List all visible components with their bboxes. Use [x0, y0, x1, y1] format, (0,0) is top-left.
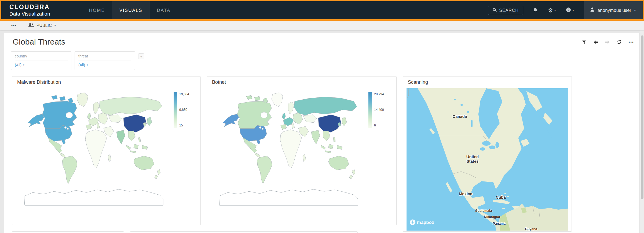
main-nav: HOME VISUALS DATA — [82, 1, 178, 19]
chevron-down-icon: ▾ — [634, 9, 636, 12]
filter-value-dropdown[interactable]: (All) ▾ — [78, 63, 131, 67]
forward-arrow-icon[interactable] — [605, 40, 610, 44]
chart-title: Scanning — [408, 79, 428, 85]
mapbox-logo: mapbox — [410, 220, 434, 225]
user-name-label: anonymous user — [598, 8, 631, 13]
color-legend-bar — [174, 92, 177, 128]
search-button[interactable]: SEARCH — [488, 6, 523, 15]
settings-gear-menu[interactable]: ⚙ ▾ — [548, 8, 556, 13]
logo-wordmark: CLOUDƎRA — [9, 4, 50, 10]
nav-home[interactable]: HOME — [82, 1, 112, 19]
legend-mid-label: 14,400 — [374, 108, 384, 112]
gear-icon: ⚙ — [548, 8, 553, 13]
user-menu[interactable]: anonymous user ▾ — [584, 1, 643, 19]
filter-name-label: country — [15, 54, 68, 58]
nav-data[interactable]: DATA — [150, 1, 178, 19]
mapbox-tile-map[interactable]: CanadaUnitedStatesMexicoCubaGuatemalaNic… — [407, 88, 568, 231]
divider — [15, 60, 68, 60]
legend-min-label: 15 — [179, 123, 183, 127]
workspace-selector[interactable]: PUBLIC ▾ — [28, 23, 56, 28]
logo-product-name: Data Visualization — [9, 11, 50, 17]
chevron-down-icon: ▾ — [572, 9, 574, 12]
filter-country[interactable]: country (All) ▾ — [11, 51, 71, 70]
navbar-right-cluster: SEARCH ⚙ ▾ ? ▾ anonymous user ▾ — [488, 1, 643, 19]
page-title: Global Threats — [13, 37, 65, 46]
svg-text:Mexico: Mexico — [459, 191, 472, 196]
chart-card-partial-1[interactable] — [12, 231, 124, 233]
svg-text:Cuba: Cuba — [496, 195, 506, 199]
legend-max-label: 28,794 — [374, 92, 384, 96]
legend-mid-label: 9,850 — [179, 108, 187, 112]
scrollbar-thumb[interactable] — [641, 35, 643, 199]
cloudera-logo[interactable]: CLOUDƎRA Data Visualization — [9, 4, 50, 17]
notifications-bell-icon[interactable] — [533, 8, 538, 13]
svg-text:Panama: Panama — [493, 222, 506, 225]
search-icon — [493, 8, 497, 13]
users-group-icon — [28, 23, 34, 28]
divider — [78, 60, 131, 60]
more-options-icon[interactable]: ••• — [628, 40, 634, 44]
world-choropleth-map[interactable] — [19, 88, 168, 210]
more-menu-button[interactable]: ••• — [10, 22, 18, 29]
filter-name-label: threat — [78, 54, 131, 58]
chevron-down-icon: ▾ — [87, 64, 88, 66]
chart-card-scanning[interactable]: Scanning CanadaUnitedStatesMexicoCubaGua… — [403, 76, 572, 232]
svg-text:UnitedStates: UnitedStates — [466, 154, 479, 163]
filter-value-label: (All) — [78, 63, 85, 67]
filter-value-dropdown[interactable]: (All) ▾ — [15, 63, 68, 67]
svg-text:Guatemala: Guatemala — [475, 209, 492, 213]
chart-card-partial-2[interactable] — [130, 231, 358, 233]
dashboard-panel: Global Threats ••• country (All) ▾ threa… — [4, 33, 640, 233]
user-avatar-icon — [590, 7, 595, 13]
filter-row: country (All) ▾ threat (All) ▾ « — [11, 51, 144, 70]
chart-title: Malware Distribution — [17, 79, 61, 85]
filter-value-label: (All) — [15, 63, 21, 67]
svg-text:?: ? — [568, 8, 569, 12]
svg-text:mapbox: mapbox — [417, 220, 434, 225]
help-icon: ? — [566, 7, 571, 13]
color-legend-bar — [368, 92, 372, 128]
top-navbar: CLOUDƎRA Data Visualization HOME VISUALS… — [1, 1, 643, 19]
workspace-bar: ••• PUBLIC ▾ — [0, 21, 644, 30]
chart-card-botnet[interactable]: Botnet 28,794 14,400 6 — [207, 76, 397, 225]
legend-min-label: 6 — [374, 123, 376, 127]
legend-max-label: 19,684 — [179, 92, 189, 96]
nav-visuals[interactable]: VISUALS — [112, 1, 150, 19]
svg-text:Nicaragua: Nicaragua — [484, 215, 500, 219]
svg-text:Guyana: Guyana — [525, 227, 537, 231]
chart-card-malware-distribution[interactable]: Malware Distribution 19,684 9,850 15 — [12, 76, 201, 225]
svg-text:Canada: Canada — [453, 114, 467, 119]
chevron-down-icon: ▾ — [554, 9, 556, 12]
navbar-highlight-annotation: CLOUDƎRA Data Visualization HOME VISUALS… — [0, 0, 644, 21]
help-menu[interactable]: ? ▾ — [566, 7, 574, 13]
chevron-down-icon: ▾ — [54, 24, 56, 27]
filter-funnel-icon[interactable] — [582, 40, 586, 44]
chevron-down-icon: ▾ — [23, 64, 24, 66]
collapse-filters-button[interactable]: « — [138, 53, 144, 59]
dashboard-toolbar: ••• — [582, 40, 634, 44]
refresh-icon[interactable] — [617, 40, 621, 44]
chart-title: Botnet — [212, 79, 226, 85]
workspace-name-label: PUBLIC — [36, 23, 52, 28]
vertical-scrollbar[interactable] — [640, 21, 644, 233]
search-button-label: SEARCH — [499, 8, 519, 13]
world-choropleth-map[interactable] — [214, 88, 363, 210]
back-arrow-icon[interactable] — [593, 40, 598, 44]
filter-threat[interactable]: threat (All) ▾ — [75, 51, 135, 70]
